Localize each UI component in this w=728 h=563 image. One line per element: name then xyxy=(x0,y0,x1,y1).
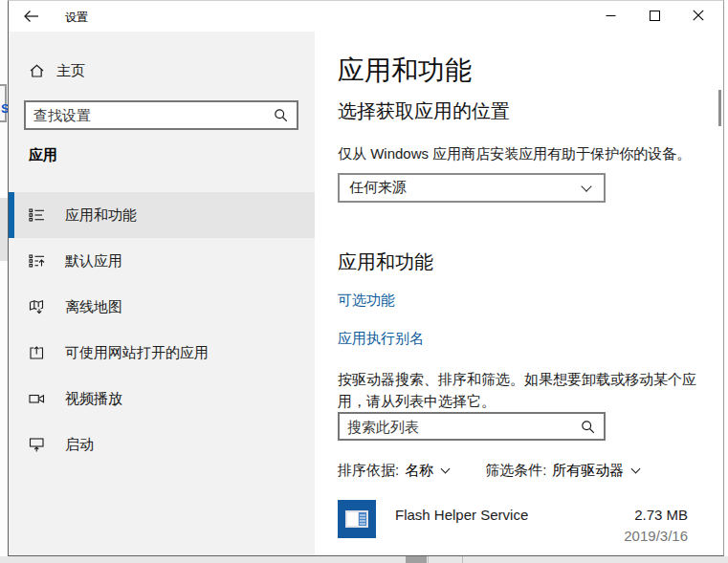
scrollbar-thumb[interactable] xyxy=(718,90,721,126)
choose-source-heading: 选择获取应用的位置 xyxy=(338,98,510,124)
background-scrollbar-strip xyxy=(0,556,728,563)
apps-features-icon xyxy=(29,207,45,223)
chevron-down-icon xyxy=(581,181,591,191)
maximize-icon xyxy=(650,11,660,21)
titlebar: 设置 xyxy=(9,1,723,32)
sidebar-item-offline-maps[interactable]: 离线地图 xyxy=(9,284,315,330)
sidebar-item-startup[interactable]: 启动 xyxy=(9,422,315,467)
filter-by-dropdown[interactable]: 筛选条件: 所有驱动器 xyxy=(485,462,639,480)
sidebar-item-label: 视频播放 xyxy=(65,390,122,408)
minimize-icon xyxy=(606,11,616,21)
close-icon xyxy=(693,10,704,21)
filter-by-label: 筛选条件: xyxy=(485,462,546,480)
settings-search-box xyxy=(24,100,298,130)
sidebar-item-home[interactable]: 主页 xyxy=(9,54,315,87)
default-apps-icon xyxy=(29,253,45,269)
back-arrow-icon xyxy=(23,10,39,23)
maximize-button[interactable] xyxy=(632,1,676,30)
optional-features-link[interactable]: 可选功能 xyxy=(338,292,395,310)
app-list-search-box xyxy=(338,412,606,441)
sidebar-item-default-apps[interactable]: 默认应用 xyxy=(9,238,315,284)
sort-by-label: 排序依据: xyxy=(338,462,399,480)
sidebar-item-video-playback[interactable]: 视频播放 xyxy=(9,376,315,422)
app-size: 2.73 MB xyxy=(634,507,688,523)
minimize-button[interactable] xyxy=(588,1,632,30)
sort-by-value: 名称 xyxy=(405,462,433,480)
divider xyxy=(462,556,463,563)
app-install-date: 2019/3/16 xyxy=(624,528,688,544)
app-name: Flash Helper Service xyxy=(395,507,528,523)
chevron-down-icon xyxy=(441,465,451,474)
sidebar-item-label: 启动 xyxy=(65,436,94,454)
page-title: 应用和功能 xyxy=(338,53,472,89)
app-list-item[interactable]: Flash Helper Service 2.73 MB 2019/3/16 xyxy=(315,498,724,556)
sidebar-item-label: 默认应用 xyxy=(65,252,122,271)
app-source-dropdown-value: 任何来源 xyxy=(349,179,583,197)
sidebar-section-apps: 应用 xyxy=(29,146,57,164)
sidebar-item-label: 离线地图 xyxy=(65,298,122,316)
app-execution-aliases-link[interactable]: 应用执行别名 xyxy=(338,330,424,348)
divider xyxy=(428,556,429,563)
default-program-icon xyxy=(338,500,376,538)
app-source-dropdown[interactable]: 任何来源 xyxy=(338,173,606,203)
apps-for-websites-icon xyxy=(29,345,45,360)
sort-filter-row: 排序依据: 名称 筛选条件: 所有驱动器 xyxy=(338,462,639,480)
home-icon xyxy=(29,63,45,78)
app-list-search-input[interactable] xyxy=(340,419,581,435)
offline-maps-icon xyxy=(29,299,45,314)
settings-window: 设置 xyxy=(8,0,724,556)
sort-by-dropdown[interactable]: 排序依据: 名称 xyxy=(338,462,449,480)
filter-by-value: 所有驱动器 xyxy=(552,462,624,480)
sidebar: 主页 应用 应用和功能 xyxy=(9,32,315,556)
sidebar-home-label: 主页 xyxy=(56,62,85,80)
sidebar-item-label: 可使用网站打开的应用 xyxy=(65,344,209,362)
video-playback-icon xyxy=(29,391,45,406)
close-button[interactable] xyxy=(676,1,720,30)
main-content: 应用和功能 选择获取应用的位置 仅从 Windows 应用商店安装应用有助于保护… xyxy=(315,32,724,556)
window-title: 设置 xyxy=(65,10,88,26)
apps-list-description: 按驱动器搜索、排序和筛选。如果想要卸载或移动某个应用，请从列表中选择它。 xyxy=(338,368,703,412)
apps-features-heading: 应用和功能 xyxy=(338,249,433,275)
back-button[interactable] xyxy=(9,1,53,32)
sidebar-item-apps-for-websites[interactable]: 可使用网站打开的应用 xyxy=(9,330,315,376)
selected-indicator xyxy=(9,192,14,238)
caption-buttons xyxy=(588,1,720,30)
search-icon xyxy=(581,420,595,434)
sidebar-item-apps-features[interactable]: 应用和功能 xyxy=(9,192,315,238)
choose-source-description: 仅从 Windows 应用商店安装应用有助于保护你的设备。 xyxy=(338,145,691,163)
sidebar-item-label: 应用和功能 xyxy=(65,206,137,225)
sidebar-nav: 应用和功能 默认应用 xyxy=(9,192,315,467)
background-scrollbar-thumb[interactable] xyxy=(406,556,427,563)
settings-search-input[interactable] xyxy=(26,107,274,123)
startup-icon xyxy=(29,437,45,452)
chevron-down-icon xyxy=(631,465,641,474)
search-icon xyxy=(274,108,288,122)
